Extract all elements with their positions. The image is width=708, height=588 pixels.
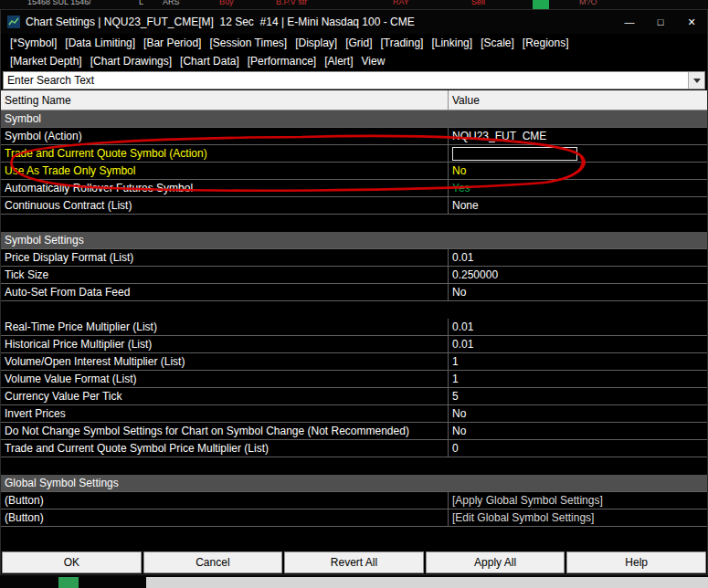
chevron-down-icon — [693, 79, 701, 83]
setting-name: Tick Size — [1, 267, 449, 283]
setting-name: Currency Value Per Tick — [1, 388, 449, 404]
background-text-fragment: B.P.V str — [276, 0, 307, 6]
setting-name: Price Display Format (List) — [1, 249, 449, 266]
footer-button-cancel[interactable]: Cancel — [143, 551, 283, 573]
empty-value-box[interactable] — [452, 147, 577, 161]
background-gray-strip — [146, 577, 708, 588]
background-app-bottom-strip — [0, 576, 708, 588]
setting-value[interactable]: No — [449, 284, 707, 300]
table-row[interactable]: Trade and Current Quote Symbol Price Mul… — [1, 440, 707, 457]
setting-value[interactable]: None — [449, 197, 707, 214]
menu-item-performance[interactable]: [Performance] — [248, 55, 316, 68]
setting-value[interactable]: No — [449, 405, 707, 422]
search-row — [3, 71, 705, 89]
window-title: Chart Settings | NQU23_FUT_CME[M] 12 Sec… — [26, 16, 614, 28]
setting-name: Invert Prices — [1, 405, 449, 422]
menu-item-data-limiting[interactable]: [Data Limiting] — [65, 37, 135, 49]
footer-button-ok[interactable]: OK — [2, 551, 142, 573]
table-row[interactable]: Use As Trade Only SymbolNo — [1, 163, 707, 180]
setting-name: Do Not Change Symbol Settings for Chart … — [1, 423, 449, 439]
background-text-fragment: ARS — [163, 0, 180, 6]
table-row[interactable]: Trade and Current Quote Symbol (Action) — [1, 145, 707, 163]
setting-value[interactable]: 5 — [449, 388, 707, 404]
setting-value[interactable]: 0.01 — [449, 336, 707, 352]
settings-table: SymbolSymbol (Action)NQU23_FUT_CMETrade … — [1, 110, 707, 527]
menu-item-chart-drawings[interactable]: [Chart Drawings] — [90, 55, 172, 68]
table-row[interactable]: Do Not Change Symbol Settings for Chart … — [1, 423, 707, 440]
table-row[interactable]: Continuous Contract (List)None — [1, 197, 707, 215]
table-row[interactable]: Historical Price Multiplier (List)0.01 — [1, 336, 707, 353]
table-row[interactable]: Symbol (Action)NQU23_FUT_CME — [1, 128, 707, 145]
table-row[interactable]: Invert PricesNo — [1, 405, 707, 423]
table-row[interactable]: Automatically Rollover Futures SymbolYes — [1, 180, 707, 197]
menu-item-linking[interactable]: [Linking] — [431, 37, 472, 49]
setting-value[interactable]: 0.250000 — [449, 267, 707, 283]
setting-value[interactable]: No — [449, 423, 707, 439]
minimize-button[interactable]: — — [614, 10, 645, 34]
table-row[interactable]: Tick Size0.250000 — [1, 267, 707, 284]
menu-item-trading[interactable]: [Trading] — [381, 37, 424, 49]
setting-name: (Button) — [1, 492, 449, 509]
search-input[interactable] — [4, 72, 688, 89]
table-row[interactable]: Auto-Set From Data FeedNo — [1, 284, 707, 301]
setting-value[interactable]: [Apply Global Symbol Settings] — [449, 492, 707, 509]
menu-item-chart-data[interactable]: [Chart Data] — [180, 55, 239, 68]
section-header-row: Global Symbol Settings — [1, 475, 707, 492]
maximize-button[interactable]: □ — [645, 10, 676, 34]
menu-item-market-depth[interactable]: [Market Depth] — [10, 55, 82, 68]
chart-settings-dialog: Chart Settings | NQU23_FUT_CME[M] 12 Sec… — [0, 9, 708, 575]
setting-value[interactable]: 0.01 — [449, 249, 707, 266]
column-header-value: Value — [449, 90, 707, 110]
table-row[interactable]: (Button)[Edit Global Symbol Settings] — [1, 509, 707, 527]
menu-item-scale[interactable]: [Scale] — [481, 37, 514, 49]
setting-name: Use As Trade Only Symbol — [1, 163, 449, 179]
table-row[interactable]: Real-Time Price Multiplier (List)0.01 — [1, 319, 707, 336]
section-title: Symbol Settings — [1, 232, 88, 248]
background-text-fragment: RAY — [393, 0, 409, 6]
setting-name: Symbol (Action) — [1, 128, 449, 144]
table-header: Setting Name Value — [1, 90, 707, 110]
section-header-row: Symbol — [1, 110, 707, 128]
footer-button-help[interactable]: Help — [566, 551, 706, 573]
menu-item-session-times[interactable]: [Session Times] — [209, 37, 287, 49]
setting-name: Real-Time Price Multiplier (List) — [1, 319, 449, 335]
menu-item-view[interactable]: View — [362, 55, 386, 68]
footer-buttons: OKCancelRevert AllApply AllHelp — [1, 551, 707, 574]
setting-value[interactable]: [Edit Global Symbol Settings] — [449, 509, 707, 526]
menu-item-grid[interactable]: [Grid] — [345, 37, 372, 49]
footer-button-apply-all[interactable]: Apply All — [426, 551, 565, 573]
spacer-row — [1, 301, 707, 319]
titlebar[interactable]: Chart Settings | NQU23_FUT_CME[M] 12 Sec… — [1, 10, 707, 34]
setting-name: Historical Price Multiplier (List) — [1, 336, 449, 352]
setting-value[interactable]: 1 — [449, 371, 707, 387]
spacer-row — [1, 215, 707, 232]
menu-item-bar-period[interactable]: [Bar Period] — [143, 37, 201, 49]
menu-row-1: [*Symbol][Data Limiting][Bar Period][Ses… — [1, 34, 707, 52]
table-row[interactable]: Volume/Open Interest Multiplier (List)1 — [1, 353, 707, 371]
setting-value[interactable]: 0 — [449, 440, 707, 457]
menu-item-display[interactable]: [Display] — [295, 37, 337, 49]
setting-value[interactable]: No — [449, 163, 707, 179]
section-title: Symbol — [1, 110, 45, 127]
setting-value[interactable]: Yes — [449, 180, 707, 196]
setting-value[interactable] — [449, 145, 707, 162]
search-dropdown-button[interactable] — [688, 72, 704, 89]
footer-button-revert-all[interactable]: Revert All — [284, 551, 424, 573]
table-row[interactable]: Price Display Format (List)0.01 — [1, 249, 707, 267]
menu-item-symbol[interactable]: [*Symbol] — [10, 37, 57, 49]
close-button[interactable]: ✕ — [676, 10, 707, 34]
screen: 15468 SUL 1546/LARSBuyB.P.V strRAYSellM?… — [0, 0, 708, 588]
table-row[interactable]: Volume Value Format (List)1 — [1, 371, 707, 388]
setting-value[interactable]: 0.01 — [449, 319, 707, 335]
background-text-fragment: Buy — [219, 0, 234, 6]
setting-value[interactable]: 1 — [449, 353, 707, 370]
setting-name: Continuous Contract (List) — [1, 197, 449, 214]
table-row[interactable]: (Button)[Apply Global Symbol Settings] — [1, 492, 707, 509]
menu-item-alert[interactable]: [Alert] — [324, 55, 353, 68]
table-row[interactable]: Currency Value Per Tick5 — [1, 388, 707, 405]
menu-item-regions[interactable]: [Regions] — [523, 37, 569, 49]
spacer-row — [1, 457, 707, 475]
section-header-row: Symbol Settings — [1, 232, 707, 249]
setting-value[interactable]: NQU23_FUT_CME — [449, 128, 707, 144]
background-green-square — [58, 577, 79, 588]
